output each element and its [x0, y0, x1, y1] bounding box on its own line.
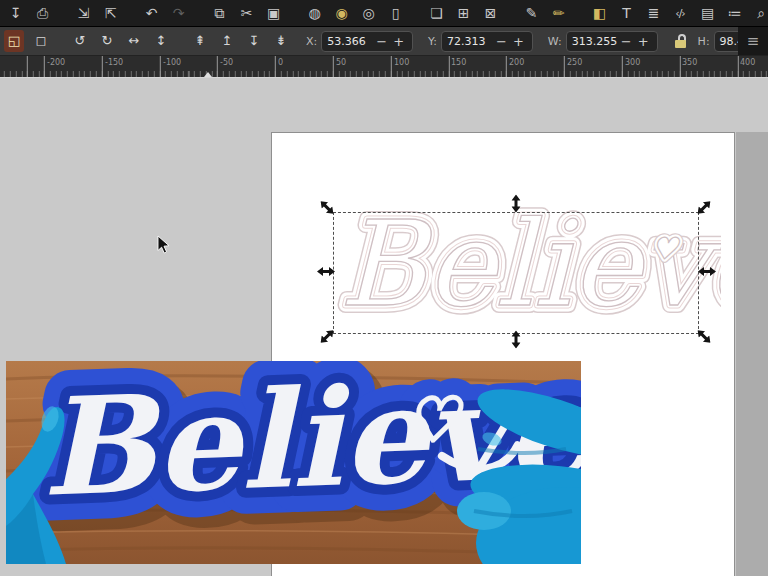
page-shadow — [736, 132, 768, 576]
import-icon[interactable]: ⇲ — [74, 0, 92, 27]
unlink-clone-icon[interactable]: ⊠ — [481, 0, 499, 27]
x-input[interactable]: 53.366 − + — [321, 31, 413, 52]
photo-overlay: Believe Believe ♥ Believe Believe ♥ — [6, 361, 581, 564]
flip-vertical-icon[interactable]: ↕ — [151, 30, 171, 52]
h-label: H: — [698, 35, 710, 48]
flip-horizontal-icon[interactable]: ↔ — [124, 30, 144, 52]
copy-icon[interactable]: ⧉ — [210, 0, 228, 27]
clone-icon[interactable]: ⊞ — [454, 0, 472, 27]
horizontal-ruler: -200 -150 -100 -50 0 50 100 150 200 250 … — [0, 56, 768, 78]
x-field: X: 53.366 − + — [306, 31, 413, 52]
xml-editor-icon[interactable]: ‹/› — [671, 0, 689, 27]
duplicate-icon[interactable]: ❏ — [427, 0, 445, 27]
svg-text:♥: ♥ — [405, 385, 463, 455]
tool-options-bar: ◱ ◻ ↺ ↻ ↔ ↕ ⇞ ↥ ↧ ⇟ X: 53.366 − + Y: 72.… — [0, 27, 768, 56]
x-decrement-button[interactable]: − — [373, 32, 390, 51]
print-icon[interactable]: ⎙ — [33, 0, 51, 27]
paste-icon[interactable]: ▣ — [264, 0, 282, 27]
zoom-page-width-icon[interactable]: ▯ — [386, 0, 404, 27]
edit-object-icon[interactable]: ✎ — [522, 0, 540, 27]
edit-paths-icon[interactable]: ✏ — [549, 0, 567, 27]
cut-icon[interactable]: ✂ — [237, 0, 255, 27]
lower-icon[interactable]: ↧ — [244, 30, 264, 52]
x-label: X: — [306, 35, 317, 48]
zoom-selection-icon[interactable]: ◍ — [305, 0, 323, 27]
y-increment-button[interactable]: + — [510, 32, 527, 51]
w-decrement-button[interactable]: − — [618, 32, 635, 51]
y-decrement-button[interactable]: − — [493, 32, 510, 51]
zoom-page-icon[interactable]: ◎ — [359, 0, 377, 27]
text-dialog-icon[interactable]: T — [617, 0, 635, 27]
selection-handle-left[interactable] — [317, 267, 335, 276]
selection-handle-right[interactable] — [698, 267, 716, 276]
deselect-icon[interactable]: ◻ — [31, 30, 51, 52]
raise-icon[interactable]: ↥ — [217, 30, 237, 52]
selection-handle-bottom[interactable] — [512, 331, 521, 349]
ruler-position-marker — [204, 72, 212, 77]
save-icon[interactable]: ↧ — [6, 0, 24, 27]
y-input[interactable]: 72.313 − + — [441, 31, 533, 52]
w-increment-button[interactable]: + — [635, 32, 652, 51]
align-distribute-icon[interactable]: ≔ — [725, 0, 743, 27]
app-window: ↧ ⎙ ⇲ ⇱ ↶ ↷ ⧉ ✂ ▣ ◍ ◉ ◎ ▯ ❏ ⊞ ⊠ ✎ ✏ ◧ T … — [0, 0, 768, 576]
fill-stroke-icon[interactable]: ◧ — [590, 0, 608, 27]
document-properties-icon[interactable]: ▤ — [698, 0, 716, 27]
mouse-cursor — [157, 235, 170, 254]
zoom-drawing-icon[interactable]: ◉ — [332, 0, 350, 27]
w-input[interactable]: 313.255 − + — [566, 31, 658, 52]
raise-to-top-icon[interactable]: ⇞ — [190, 30, 210, 52]
redo-icon[interactable]: ↷ — [169, 0, 187, 27]
x-increment-button[interactable]: + — [390, 32, 407, 51]
selection-bounding-box — [333, 212, 699, 334]
rotate-ccw-icon[interactable]: ↺ — [70, 30, 90, 52]
command-bar: ↧ ⎙ ⇲ ⇱ ↶ ↷ ⧉ ✂ ▣ ◍ ◉ ◎ ▯ ❏ ⊞ ⊠ ✎ ✏ ◧ T … — [0, 0, 768, 27]
w-field: W: 313.255 − + — [548, 31, 658, 52]
snap-panel-menu-icon[interactable]: ≡ — [738, 27, 768, 55]
find-icon[interactable]: ⌕ — [752, 0, 768, 27]
y-field: Y: 72.313 − + — [428, 31, 533, 52]
lower-to-bottom-icon[interactable]: ⇟ — [271, 30, 291, 52]
canvas-area[interactable]: Believe Believe Believe Believe Believe … — [0, 78, 768, 576]
selection-handle-top[interactable] — [512, 195, 521, 213]
w-label: W: — [548, 35, 562, 48]
undo-icon[interactable]: ↶ — [142, 0, 160, 27]
y-label: Y: — [428, 35, 437, 48]
lock-ratio-icon[interactable] — [673, 32, 689, 50]
select-all-icon[interactable]: ◱ — [4, 30, 24, 52]
layers-icon[interactable]: ≣ — [644, 0, 662, 27]
rotate-cw-icon[interactable]: ↻ — [97, 30, 117, 52]
export-icon[interactable]: ⇱ — [101, 0, 119, 27]
